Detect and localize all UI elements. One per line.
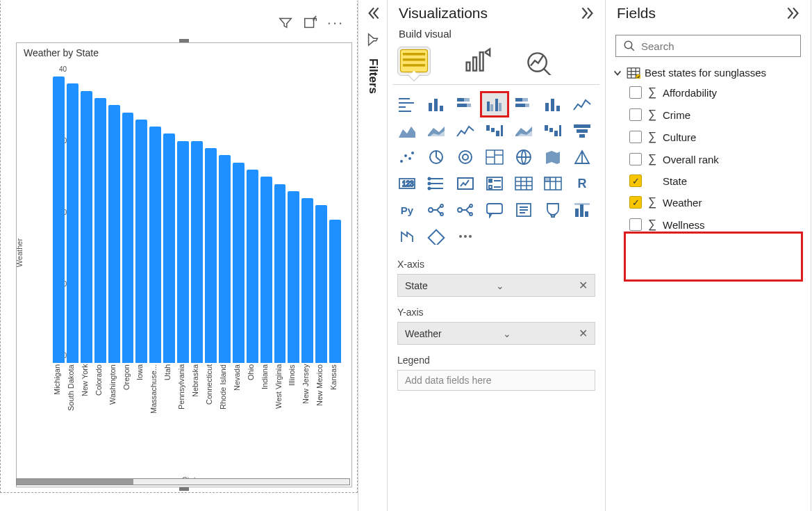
line-stacked-column-icon[interactable]: [453, 120, 478, 142]
build-visual-tab[interactable]: [397, 47, 431, 76]
field-row[interactable]: ∑Overall rank: [606, 148, 811, 170]
analytics-tab[interactable]: [522, 47, 556, 76]
python-visual-icon[interactable]: Py: [395, 199, 420, 221]
clustered-bar-horizontal-icon[interactable]: [453, 93, 478, 115]
stacked-area-icon[interactable]: [424, 120, 449, 142]
map-icon[interactable]: [511, 146, 536, 168]
ribbon-chart-icon[interactable]: [511, 120, 536, 142]
bar[interactable]: [94, 98, 106, 363]
bar[interactable]: [329, 220, 341, 363]
r-visual-icon[interactable]: R: [570, 172, 595, 195]
collapse-fields-icon[interactable]: [784, 4, 802, 22]
expand-filters-icon[interactable]: [364, 4, 382, 22]
horizontal-scrollbar[interactable]: [16, 478, 350, 485]
bar[interactable]: [81, 91, 92, 363]
svg-rect-54: [489, 179, 492, 182]
field-checkbox[interactable]: [629, 86, 642, 99]
line-chart-icon[interactable]: [570, 93, 595, 115]
clustered-column-icon[interactable]: [482, 93, 507, 115]
svg-rect-14: [457, 104, 467, 107]
fields-search[interactable]: [615, 35, 801, 57]
matrix-icon[interactable]: [540, 172, 565, 195]
legend-well[interactable]: Add data fields here: [397, 370, 595, 391]
qna-icon[interactable]: [482, 199, 507, 221]
bar[interactable]: [315, 205, 327, 363]
treemap-icon[interactable]: [482, 146, 507, 168]
line-clustered-column-icon[interactable]: [482, 120, 507, 142]
chevron-down-icon[interactable]: ⌄: [496, 280, 504, 291]
smart-narrative-icon[interactable]: [511, 199, 536, 221]
format-visual-tab[interactable]: [460, 47, 493, 76]
filter-icon[interactable]: [278, 15, 293, 31]
multirow-card-icon[interactable]: [424, 172, 449, 195]
card-icon[interactable]: 123: [395, 172, 420, 195]
paginated-report-icon[interactable]: [570, 199, 595, 221]
slicer-icon[interactable]: [482, 172, 507, 195]
stacked-column-100-icon[interactable]: [540, 93, 565, 115]
field-name: Culture: [663, 131, 696, 143]
bar[interactable]: [274, 184, 286, 364]
arcgis-icon[interactable]: [395, 225, 420, 248]
bar[interactable]: [108, 105, 120, 363]
bar[interactable]: [301, 198, 313, 363]
funnel-icon[interactable]: [570, 120, 595, 142]
visual-card[interactable]: ··· Weather by State Weather 010203040 M…: [16, 42, 352, 487]
table-icon: [627, 67, 640, 79]
stacked-bar-vertical-icon[interactable]: [424, 93, 449, 115]
bar[interactable]: [247, 170, 258, 363]
bar[interactable]: [122, 113, 134, 364]
bar[interactable]: [191, 141, 203, 363]
x-axis-well[interactable]: State ⌄ ✕: [397, 274, 595, 297]
field-row[interactable]: ∑Culture: [606, 126, 811, 148]
field-row[interactable]: ∑Affordability: [606, 81, 811, 104]
y-axis-well[interactable]: Weather ⌄ ✕: [397, 322, 595, 345]
field-checkbox[interactable]: [629, 108, 642, 121]
bar[interactable]: [67, 83, 78, 363]
scatter-icon[interactable]: [395, 146, 420, 168]
bar[interactable]: [135, 120, 147, 363]
search-input[interactable]: [641, 40, 793, 52]
more-options-icon[interactable]: ···: [328, 15, 343, 31]
bar[interactable]: [205, 148, 217, 363]
get-more-visuals-icon[interactable]: [453, 225, 478, 248]
field-row[interactable]: ∑Weather: [606, 191, 811, 213]
bar[interactable]: [288, 191, 299, 363]
field-checkbox[interactable]: [629, 175, 642, 187]
key-influencers-icon[interactable]: [424, 199, 449, 221]
field-checkbox[interactable]: [629, 196, 642, 209]
stacked-bar-100-icon[interactable]: [511, 93, 536, 115]
power-apps-icon[interactable]: [424, 225, 449, 248]
bar[interactable]: [149, 127, 161, 363]
svg-rect-29: [496, 131, 499, 136]
donut-icon[interactable]: [453, 146, 478, 168]
remove-field-icon[interactable]: ✕: [579, 327, 588, 340]
field-row[interactable]: ∑Crime: [606, 104, 811, 126]
filled-map-icon[interactable]: [540, 146, 565, 168]
field-checkbox[interactable]: [629, 153, 642, 165]
svg-rect-2: [403, 54, 425, 56]
filters-pane-label[interactable]: Filters: [366, 58, 380, 94]
bar[interactable]: [177, 141, 189, 363]
kpi-icon[interactable]: [453, 172, 478, 195]
pie-icon[interactable]: [424, 146, 449, 168]
table-visual-icon[interactable]: [511, 172, 536, 195]
stacked-bar-horizontal-icon[interactable]: [395, 93, 420, 115]
area-chart-icon[interactable]: [395, 120, 420, 142]
bar[interactable]: [219, 155, 231, 363]
table-row[interactable]: Best states for sunglasses: [606, 63, 811, 81]
bar[interactable]: [163, 133, 175, 363]
focus-mode-icon[interactable]: [303, 15, 318, 31]
field-row[interactable]: State: [606, 170, 811, 191]
field-checkbox[interactable]: [629, 218, 642, 231]
waterfall-icon[interactable]: [540, 120, 565, 142]
azure-map-icon[interactable]: [570, 146, 595, 168]
bar[interactable]: [53, 76, 65, 363]
chevron-down-icon[interactable]: ⌄: [503, 328, 511, 339]
bar[interactable]: [233, 163, 245, 363]
field-checkbox[interactable]: [629, 131, 642, 143]
decomposition-tree-icon[interactable]: [453, 199, 478, 221]
collapse-visualizations-icon[interactable]: [579, 4, 597, 22]
goals-icon[interactable]: [540, 199, 565, 221]
remove-field-icon[interactable]: ✕: [579, 279, 588, 292]
bar[interactable]: [260, 177, 272, 363]
